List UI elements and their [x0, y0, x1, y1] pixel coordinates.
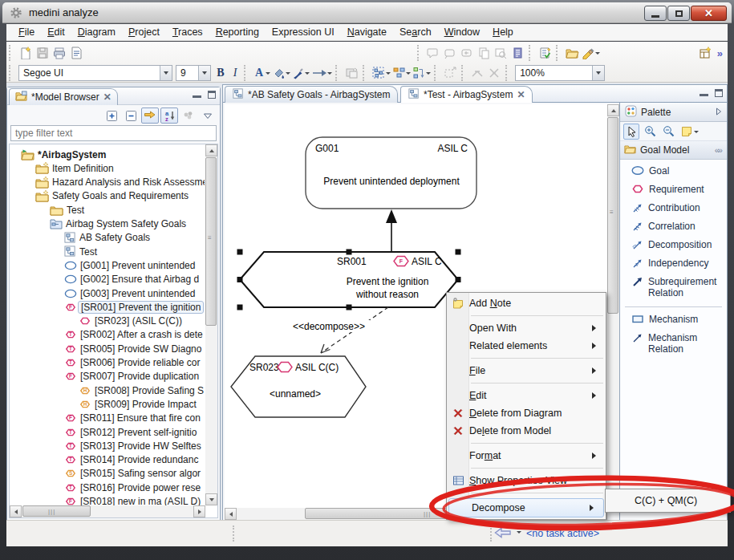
palette-item-contribution[interactable]: Contribution [631, 201, 725, 214]
collapse-all-icon[interactable] [122, 108, 140, 124]
filter-input[interactable] [10, 125, 217, 141]
toolbar-grip[interactable] [244, 65, 249, 81]
palette-item-independency[interactable]: Independency [631, 257, 725, 270]
new-diagram-icon[interactable] [17, 45, 34, 61]
menu-search[interactable]: Search [393, 25, 438, 39]
menu-reporting[interactable]: Reporting [209, 25, 266, 39]
context-menu-open-with[interactable]: Open With [447, 319, 606, 337]
editor-tab-ab-safety-goals[interactable]: *AB Safety Goals - AirbagSystem [225, 86, 398, 103]
model-browser-tab[interactable]: *Model Browser ✕ [9, 88, 118, 105]
tree-item[interactable]: *AirbagSystem [21, 148, 205, 161]
menu-edit[interactable]: Edit [41, 25, 71, 39]
line-style-button[interactable] [292, 67, 310, 79]
menu-help[interactable]: Help [486, 25, 520, 39]
context-menu-add-note[interactable]: Add Note [447, 294, 606, 312]
palette-drawer-goal-model[interactable]: Goal Model «» [620, 141, 727, 160]
back-arrow-icon[interactable] [494, 526, 512, 542]
palette-item-correlation[interactable]: Correlation [631, 220, 725, 233]
tree-item[interactable]: F[SR001] Prevent the ignition [64, 300, 205, 314]
report-icon[interactable] [67, 45, 84, 61]
save-icon[interactable] [34, 45, 51, 61]
tree-item[interactable]: [G002] Ensure that Airbag d [64, 273, 205, 286]
tree-item[interactable]: T[SR006] Provide reliable cor [64, 356, 205, 370]
tree-item[interactable]: Item Definition [35, 161, 205, 175]
context-menu-related-elements[interactable]: Related elements [447, 337, 606, 355]
marker-icon[interactable] [582, 47, 600, 59]
toolbar-grip[interactable] [461, 65, 467, 81]
arrow-style-button[interactable] [311, 67, 332, 79]
tree-item[interactable]: [SR023] (ASIL C(C)) [79, 314, 205, 328]
close-view-icon[interactable]: ✕ [103, 91, 112, 103]
tree-item[interactable]: Safety Goals and Requirements [35, 189, 205, 203]
zoom-combo[interactable]: 100% [515, 65, 605, 81]
canvas-vscrollbar[interactable]: ≡ [607, 104, 619, 508]
context-menu-show-properties-view[interactable]: Show Properties View [447, 472, 606, 489]
note-tool-icon[interactable] [679, 124, 701, 140]
palette-collapse-icon[interactable] [716, 107, 722, 118]
context-menu-delete-from-diagram[interactable]: Delete from Diagram [447, 404, 606, 422]
menu-project[interactable]: Project [122, 25, 166, 39]
toolbar-grip[interactable] [417, 45, 423, 61]
maximize-button[interactable] [667, 6, 690, 21]
tree-item[interactable]: Airbag System Safety Goals [50, 217, 205, 231]
editor-tab-test[interactable]: *Test - AirbagSystem ✕ [400, 86, 533, 103]
context-menu-format[interactable]: Format [447, 447, 606, 465]
document-icon[interactable] [509, 45, 526, 61]
font-color-button[interactable]: A [253, 67, 270, 79]
perspective-icon[interactable] [697, 45, 714, 61]
tree-item[interactable]: Test [64, 245, 205, 258]
palette-item-mechanism-relation[interactable]: Mechanism Relation [631, 331, 725, 355]
tree-item[interactable]: [G003] Prevent unintended [64, 286, 205, 300]
context-menu-delete-from-model[interactable]: Delete from Model [447, 422, 606, 440]
tree-item[interactable]: AB Safety Goals [64, 231, 205, 245]
menu-window[interactable]: Window [438, 25, 486, 39]
tree-item[interactable]: F[SR011] Ensure that fire con [64, 412, 205, 425]
checklist-icon[interactable] [537, 45, 554, 61]
menu-file[interactable]: File [12, 25, 41, 39]
task-dropdown-icon[interactable] [517, 531, 521, 536]
tree-item[interactable]: T[SR012] Prevent self-ignitio [64, 425, 205, 439]
palette-item-subrequirement-relation[interactable]: Subrequirement Relation [631, 275, 725, 298]
select-related-button[interactable] [371, 66, 391, 79]
tree-item[interactable]: T[SR014] Provide redundanc [64, 453, 205, 467]
editor-minimize-icon[interactable] [700, 89, 708, 96]
toolbar-grip[interactable] [556, 45, 562, 61]
toolbar-grip[interactable] [505, 65, 511, 81]
editor-maximize-icon[interactable] [715, 89, 723, 97]
toolbar-grip[interactable] [335, 65, 341, 81]
palette-item-requirement[interactable]: Requirement [631, 183, 725, 195]
tree-item[interactable]: H[SR008] Provide Safing S [79, 383, 205, 397]
align-button[interactable] [392, 67, 411, 79]
menu-navigate[interactable]: Navigate [341, 25, 393, 39]
toolbar-grip[interactable] [434, 65, 440, 81]
menu-diagram[interactable]: Diagram [71, 25, 122, 39]
view-minimize-icon[interactable] [193, 91, 201, 98]
menu-expression-ui[interactable]: Expression UI [266, 25, 341, 39]
toolbar-grip[interactable] [529, 45, 534, 61]
font-size-combo[interactable]: 9 [176, 65, 211, 81]
select-tool-icon[interactable] [623, 124, 639, 140]
tree-item[interactable]: T[SR002] After a crash is dete [64, 328, 205, 342]
link-with-editor-icon[interactable] [141, 108, 159, 124]
fill-color-button[interactable] [272, 67, 290, 79]
close-button[interactable]: ✕ [691, 6, 727, 21]
sort-alphabetical-icon[interactable]: az [160, 108, 178, 124]
context-menu-decompose[interactable]: Decompose [448, 498, 604, 517]
tree-item[interactable]: F[SR007] Provide duplication [64, 370, 205, 383]
bold-button[interactable]: B [213, 67, 229, 79]
toolbar-grip[interactable] [363, 65, 368, 81]
tree-item[interactable]: Hazard Analysis and Risk Assessme [35, 176, 205, 189]
tree-item[interactable]: [G001] Prevent unintended [64, 258, 205, 272]
zoom-in-tool-icon[interactable] [642, 124, 658, 140]
drawer-pin-icon[interactable]: «» [715, 145, 721, 155]
tree-item[interactable]: T[SR016] Provide power rese [64, 481, 205, 494]
decompose-submenu[interactable]: C(C) + QM(C) [605, 489, 731, 513]
toolbar-grip[interactable] [9, 65, 14, 81]
tree-hscrollbar[interactable]: ||| [10, 505, 205, 517]
tree-vscrollbar[interactable]: ≡ [205, 144, 217, 505]
tree-item[interactable]: T[SR013] Provide HW Selftes [64, 439, 205, 452]
tree-item[interactable]: H[SR009] Provide Impact [79, 397, 205, 411]
expand-all-icon[interactable] [103, 108, 120, 124]
perspective-chevron-icon[interactable]: » [717, 47, 723, 59]
tree-item[interactable]: T[SR005] Provide SW Diagno [64, 342, 205, 355]
